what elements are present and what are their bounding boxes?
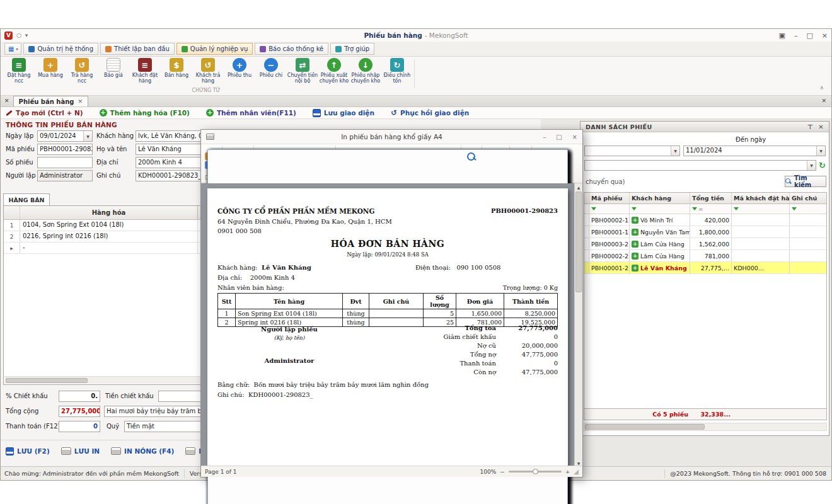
close-button[interactable]: ×: [822, 32, 828, 40]
ribbon-collapse-icon[interactable]: ∧: [819, 84, 824, 91]
ribbon-item-bao-gia[interactable]: Báo giá: [98, 58, 129, 84]
zoom-out-icon[interactable]: −: [500, 469, 505, 475]
menu-tab-thiet-lap-ban-dau[interactable]: Thiết lập ban đầu: [100, 43, 175, 55]
expand-icon[interactable]: +: [632, 241, 638, 248]
add-staff-button[interactable]: +Thêm nhân viên(F11): [206, 109, 296, 117]
restore-button[interactable]: □: [806, 32, 812, 40]
receipt-row-selected[interactable]: PBH00001-2... +Lê Văn Kháng 27,775,... K…: [584, 262, 826, 274]
den-ngay-combo[interactable]: 11/01/2024▼: [683, 146, 826, 156]
ribbon-item-phieu-thu[interactable]: +Phiếu thu: [224, 58, 255, 84]
scroll-up-icon[interactable]: ▲: [575, 183, 582, 191]
filter-combo[interactable]: ▼: [584, 160, 816, 171]
tab-hang-ban[interactable]: HÀNG BÁN: [3, 193, 50, 206]
doc-phone: 0901 000 508: [217, 227, 262, 234]
ribbon-item-mua-hang[interactable]: +Mua hàng: [35, 58, 66, 84]
scrollbar-thumb[interactable]: [585, 424, 705, 430]
add-item-button[interactable]: +Thêm hàng hóa (F10): [100, 109, 190, 117]
column-header-ghi-chu[interactable]: Ghi chú: [790, 193, 826, 203]
tab-phieu-ban-hang[interactable]: Phiếu bán hàng ✕: [13, 96, 88, 106]
quick-access-dropdown-icon[interactable]: ▾: [25, 32, 28, 38]
chevron-down-icon[interactable]: ▼: [83, 131, 92, 141]
dialog-close-button[interactable]: ×: [572, 134, 577, 140]
minimize-button[interactable]: –: [794, 32, 798, 40]
nguoi-lap-input: Administrator: [37, 170, 93, 181]
ribbon-item-tra-hang-ncc[interactable]: ↺Trả hàng ncc: [66, 58, 98, 84]
restore-layout-button[interactable]: ↺Phục hồi giao diện: [391, 109, 469, 117]
preview-area[interactable]: CÔNG TY CỔ PHẦN PHẦN MỀM MEKONG PBH00001…: [201, 183, 582, 467]
save-button[interactable]: LƯU (F2): [6, 447, 50, 455]
column-header-ma-phieu[interactable]: Mã phiếu: [589, 193, 630, 203]
zoom-in-icon[interactable]: +: [565, 469, 570, 475]
expand-icon[interactable]: +: [632, 253, 638, 260]
menu-tab-quan-tri-he-thong[interactable]: Quản trị hệ thống: [23, 43, 98, 55]
thanh-toan-input[interactable]: 0: [59, 421, 100, 432]
expand-icon[interactable]: +: [632, 229, 638, 236]
app-menu-button[interactable]: ▦▾: [4, 43, 21, 55]
chevron-down-icon[interactable]: ▼: [807, 161, 816, 170]
ngay-lap-input[interactable]: 09/01/2024▼: [37, 130, 93, 142]
chiet-khau-pct-label: % Chiết khấu: [6, 392, 48, 399]
refresh-icon[interactable]: ↻: [819, 161, 826, 169]
tab-close-icon[interactable]: ✕: [78, 98, 83, 105]
panel-close-icon[interactable]: ✕: [818, 123, 824, 130]
save-print-button[interactable]: LƯU IN: [61, 447, 100, 455]
menu-tab-quan-ly-nghiep-vu[interactable]: Quản lý nghiệp vụ: [176, 43, 253, 55]
filter-row[interactable]: =: [584, 204, 826, 214]
expand-icon[interactable]: +: [632, 217, 638, 224]
zoom-slider-thumb[interactable]: [533, 469, 538, 474]
chevron-down-icon[interactable]: ▼: [671, 146, 679, 156]
close-all-tabs-icon[interactable]: ✕: [4, 98, 9, 104]
chevron-down-icon[interactable]: ▼: [816, 146, 825, 156]
ribbon-item-chuyen-tien-noi-bo[interactable]: ⇄Chuyển tiền nội bộ: [287, 58, 318, 84]
report-icon: [260, 46, 266, 52]
save-layout-button[interactable]: Lưu giao diện: [313, 109, 374, 117]
so-phieu-input[interactable]: [37, 157, 93, 168]
quote-document-icon: [107, 58, 120, 72]
column-header-tong-tien[interactable]: Tổng tiền: [690, 193, 732, 203]
dialog-restore-button[interactable]: □: [556, 134, 562, 140]
ribbon-item-phieu-nhap-chuyen-kho[interactable]: ↓Phiếu nhập chuyển kho: [350, 58, 381, 84]
chiet-khau-pct-input[interactable]: 0.: [59, 391, 100, 402]
dialog-titlebar[interactable]: In phiếu bán hàng khổ giấy A4 – □ ×: [201, 130, 582, 144]
receipt-grid[interactable]: Mã phiếu Khách hàng Tổng tiền Mã khách đ…: [584, 192, 827, 409]
ribbon-item-khach-tra-hang[interactable]: ↺Khách trả hàng: [192, 58, 224, 84]
ribbon-item-dieu-chinh-ton[interactable]: ↻Điều chỉnh tồn: [381, 58, 413, 84]
tu-ngay-combo[interactable]: ▼: [584, 146, 680, 156]
receipt-row[interactable]: PBH00003-2... +Lâm Cửa Hàng 1,562,000: [584, 238, 826, 250]
expand-icon[interactable]: +: [632, 265, 638, 272]
ribbon-item-khach-dat-hang[interactable]: ≡Khách đặt hàng: [129, 58, 161, 84]
chevron-down-icon: ▾: [16, 47, 18, 51]
fullscreen-button[interactable]: ▣: [778, 32, 785, 40]
doc-item-row: 1 Son Spring Ext 0104 (18l) thùng 5 1,65…: [218, 309, 558, 318]
preview-vscrollbar[interactable]: ▲ ▼: [574, 183, 582, 467]
pin-icon[interactable]: ⊤: [807, 123, 814, 130]
menu-tab-tro-giup[interactable]: Trợ giúp: [330, 43, 374, 55]
dialog-minimize-button[interactable]: –: [543, 134, 546, 140]
ribbon-item-ban-hang[interactable]: $Bán hàng: [161, 58, 192, 84]
ribbon-item-phieu-xuat-chuyen-kho[interactable]: ↑Phiếu xuất chuyển kho: [318, 58, 350, 84]
search-button[interactable]: Tìm kiếm: [785, 176, 826, 187]
receipt-row[interactable]: PBH00002-1... +Võ Minh Trí 420,000: [584, 214, 826, 226]
resize-grip-icon[interactable]: ◢: [574, 468, 579, 475]
doc-signer-name: Administrator: [233, 357, 346, 364]
zoom-slider[interactable]: [509, 471, 562, 472]
receipt-row[interactable]: PBH00002-2... +Lâm Cửa Hàng 781,000: [584, 250, 826, 262]
printer-icon: [206, 134, 214, 140]
scrollbar-thumb[interactable]: [6, 378, 88, 383]
scrollbar-thumb[interactable]: [575, 192, 582, 292]
column-header-hang-hoa[interactable]: Hàng hóa: [20, 206, 198, 219]
receipt-grid-hscrollbar[interactable]: [584, 423, 827, 431]
quick-access-icon[interactable]: ○: [16, 32, 21, 38]
tabstrip-close-icon[interactable]: ✕: [821, 98, 826, 104]
receipt-row[interactable]: PBH00001-1... +Nguyễn Văn Tam 1,800,000: [584, 226, 826, 238]
amount-in-words-input: Hai mươi bảy triệu bảy trăm bảy m: [104, 406, 215, 417]
ribbon-item-phieu-chi[interactable]: −Phiếu chi: [255, 58, 287, 84]
menu-tab-bao-cao-thong-ke[interactable]: Báo cáo thống kê: [255, 43, 328, 55]
quick-print-button[interactable]: IN NÓNG (F4): [111, 447, 174, 455]
column-header-ma-khach-dat-hang[interactable]: Mã khách đặt hàng: [732, 193, 790, 203]
new-button[interactable]: Tạo mới (Ctrl + N): [6, 109, 83, 117]
ma-phieu-input[interactable]: PBH00001-290823: [37, 144, 93, 155]
ribbon-item-dat-hang-ncc[interactable]: ≡Đặt hàng ncc: [3, 58, 35, 84]
editing-fields-button[interactable]: Editing Fields: [352, 165, 387, 171]
column-header-khach-hang[interactable]: Khách hàng: [630, 193, 690, 203]
